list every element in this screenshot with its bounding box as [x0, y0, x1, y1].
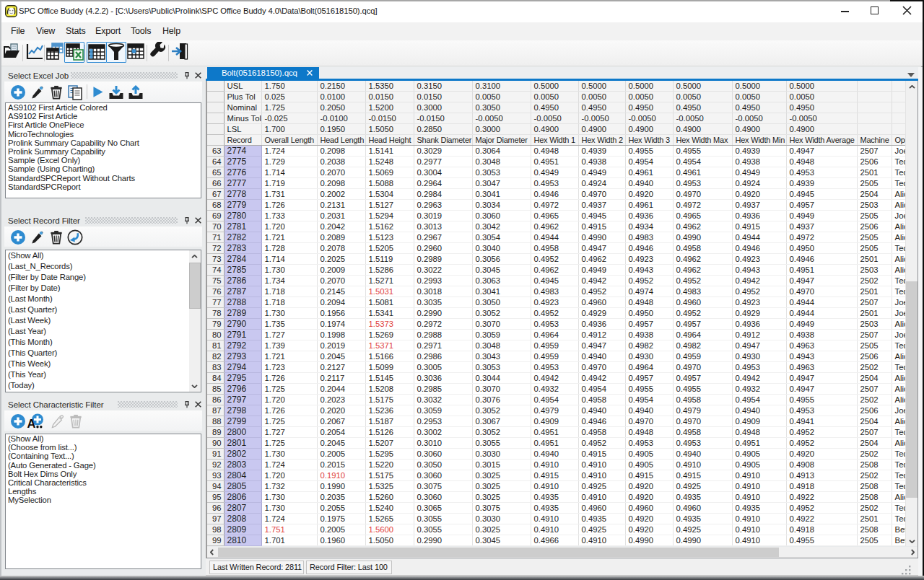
- svg-text:A: A: [27, 417, 36, 429]
